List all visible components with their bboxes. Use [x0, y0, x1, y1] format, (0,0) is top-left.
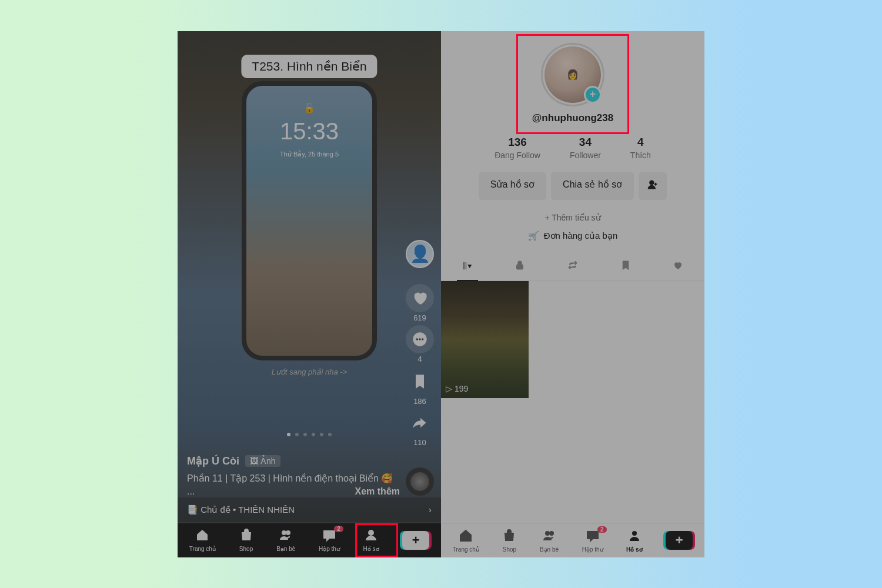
shop-icon: [239, 528, 253, 544]
swipe-hint: Lướt sang phải nha ->: [178, 368, 441, 376]
cart-icon: 🛒: [528, 230, 539, 241]
add-story-icon[interactable]: +: [584, 86, 602, 103]
create-button[interactable]: +: [402, 531, 429, 550]
see-more[interactable]: Xem thêm: [355, 485, 400, 498]
share-profile-button[interactable]: Chia sẻ hồ sơ: [551, 172, 634, 200]
nav-inbox[interactable]: 2Hộp thư: [582, 529, 603, 553]
svg-point-2: [419, 338, 421, 340]
save-count: 186: [413, 397, 426, 406]
profile-screen: 👩 + @nhuphuong238 136Đang Follow 34Follo…: [441, 31, 704, 557]
svg-rect-8: [517, 265, 523, 269]
like-count: 619: [413, 313, 426, 322]
edit-profile-button[interactable]: Sửa hồ sơ: [479, 172, 546, 200]
nav-shop[interactable]: Shop: [239, 528, 253, 552]
tab-posts[interactable]: ⦀▾: [441, 253, 494, 280]
svg-point-9: [546, 532, 549, 535]
add-friend-button[interactable]: [639, 172, 667, 200]
phone-mockup: 🔓 15:33 Thứ Bảy, 25 tháng 5: [242, 81, 377, 360]
comment-button[interactable]: [406, 325, 434, 353]
inbox-badge: 2: [334, 526, 343, 532]
creator-avatar[interactable]: 👤: [406, 240, 434, 268]
inbox-badge: 2: [597, 526, 607, 533]
nav-profile[interactable]: Hồ sơ: [626, 529, 643, 553]
feed-screen: T253. Hình nền Biển 🔓 15:33 Thứ Bảy, 25 …: [178, 31, 441, 557]
like-button[interactable]: [406, 284, 434, 312]
phone-time: 15:33: [246, 118, 372, 145]
video-title: T253. Hình nền Biển: [241, 55, 377, 78]
sound-disc[interactable]: [406, 467, 434, 496]
posts-grid: ▷ 199: [441, 281, 704, 398]
comment-count: 4: [417, 355, 422, 363]
tab-saved[interactable]: [599, 253, 652, 280]
svg-point-3: [422, 338, 424, 340]
bottom-nav: Trang chủ Shop Bạn bè 2Hộp thư Hồ sơ +: [441, 523, 704, 557]
profile-icon: [364, 528, 378, 544]
phone-date: Thứ Bảy, 25 tháng 5: [246, 151, 372, 158]
svg-point-1: [416, 338, 419, 340]
stat-likes[interactable]: 4Thích: [630, 136, 651, 160]
svg-point-4: [282, 531, 286, 534]
stat-following[interactable]: 136Đang Follow: [495, 136, 540, 160]
nav-profile[interactable]: Hồ sơ: [363, 528, 379, 552]
tab-reposts[interactable]: [546, 253, 599, 280]
nav-inbox[interactable]: 2Hộp thư: [319, 528, 340, 552]
tab-private[interactable]: [494, 253, 547, 280]
tab-liked[interactable]: [652, 253, 704, 280]
profile-icon: [627, 529, 642, 545]
save-button[interactable]: [406, 368, 434, 396]
bottom-nav: Trang chủ Shop Bạn bè 2Hộp thư Hồ sơ +: [178, 523, 441, 557]
profile-avatar[interactable]: 👩 +: [541, 43, 604, 106]
svg-point-5: [286, 531, 290, 534]
svg-point-7: [650, 181, 654, 185]
nav-home[interactable]: Trang chủ: [453, 529, 479, 553]
caption-area: Mập Ú Còi 🖼 Ảnh Phần 11 | Tập 253 | Hình…: [187, 455, 400, 499]
stats-row: 136Đang Follow 34Follower 4Thích: [441, 136, 704, 160]
lock-icon: 🔓: [246, 102, 372, 113]
friends-icon: [279, 528, 293, 544]
nav-friends[interactable]: Bạn bè: [540, 529, 559, 553]
chevron-right-icon: ›: [429, 505, 432, 514]
home-icon: [195, 528, 209, 544]
orders-link[interactable]: 🛒Đơn hàng của bạn: [441, 230, 704, 241]
svg-point-10: [550, 532, 553, 535]
content-tabs: ⦀▾: [441, 253, 704, 281]
creator-name[interactable]: Mập Ú Còi: [187, 455, 239, 467]
image-badge: 🖼 Ảnh: [245, 455, 280, 467]
share-button[interactable]: [406, 409, 434, 437]
nav-home[interactable]: Trang chủ: [189, 528, 216, 552]
friends-icon: [542, 529, 556, 545]
create-button[interactable]: +: [666, 531, 693, 550]
home-icon: [459, 529, 473, 545]
topic-bar[interactable]: 📑 Chủ đề • THIÊN NHIÊN ›: [178, 497, 441, 522]
play-count: ▷ 199: [446, 384, 468, 393]
svg-point-11: [632, 531, 637, 536]
username[interactable]: @nhuphuong238: [441, 112, 704, 124]
stat-followers[interactable]: 34Follower: [570, 136, 601, 160]
nav-friends[interactable]: Bạn bè: [276, 528, 295, 552]
svg-point-6: [369, 530, 373, 535]
share-count: 110: [413, 438, 426, 447]
carousel-dots: [287, 433, 332, 436]
post-thumbnail[interactable]: ▷ 199: [441, 281, 529, 398]
shop-icon: [502, 529, 516, 545]
nav-shop[interactable]: Shop: [502, 529, 516, 553]
add-bio-button[interactable]: + Thêm tiểu sử: [539, 211, 606, 225]
